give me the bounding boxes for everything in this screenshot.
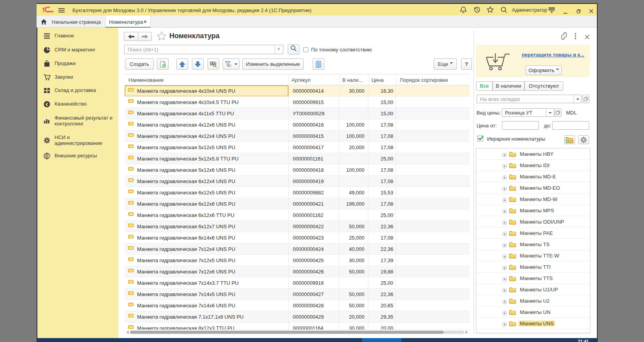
svg-text:€: € [46,102,48,107]
